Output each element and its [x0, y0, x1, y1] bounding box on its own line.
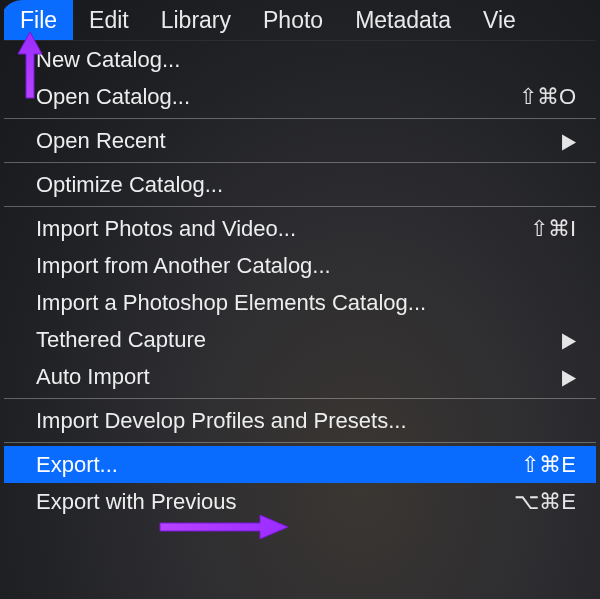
menu-item-label: Import a Photoshop Elements Catalog...	[36, 290, 576, 316]
chevron-right-icon: ▶	[562, 364, 576, 389]
menu-item-import-pse-catalog[interactable]: Import a Photoshop Elements Catalog...	[4, 284, 596, 321]
menu-item-shortcut: ⌥⌘E	[514, 489, 576, 515]
menu-separator	[4, 162, 596, 163]
chevron-right-icon: ▶	[562, 128, 576, 153]
menu-item-open-catalog[interactable]: Open Catalog... ⇧⌘O	[4, 78, 596, 115]
menu-separator	[4, 398, 596, 399]
menu-item-label: Import Photos and Video...	[36, 216, 520, 242]
menubar-item-metadata[interactable]: Metadata	[339, 0, 467, 40]
menubar-item-edit[interactable]: Edit	[73, 0, 145, 40]
menu-item-new-catalog[interactable]: New Catalog...	[4, 41, 596, 78]
menubar-item-view-truncated[interactable]: Vie	[467, 0, 532, 40]
menu-item-label: Tethered Capture	[36, 327, 552, 353]
menubar-item-library[interactable]: Library	[145, 0, 247, 40]
menu-separator	[4, 442, 596, 443]
menu-item-import-photos-video[interactable]: Import Photos and Video... ⇧⌘I	[4, 210, 596, 247]
menu-item-import-from-another-catalog[interactable]: Import from Another Catalog...	[4, 247, 596, 284]
menubar-item-photo[interactable]: Photo	[247, 0, 339, 40]
menu-item-label: Auto Import	[36, 364, 552, 390]
menu-item-auto-import[interactable]: Auto Import ▶	[4, 358, 596, 395]
menubar-item-label: Library	[161, 7, 231, 34]
menubar-item-label: File	[20, 7, 57, 34]
menu-item-export[interactable]: Export... ⇧⌘E	[4, 446, 596, 483]
menu-item-label: New Catalog...	[36, 47, 576, 73]
menu-item-label: Import Develop Profiles and Presets...	[36, 408, 576, 434]
menu-item-label: Open Recent	[36, 128, 552, 154]
menubar: File Edit Library Photo Metadata Vie	[0, 0, 600, 40]
menubar-item-file[interactable]: File	[4, 0, 73, 40]
menu-item-label: Export...	[36, 452, 511, 478]
menu-item-import-develop-profiles[interactable]: Import Develop Profiles and Presets...	[4, 402, 596, 439]
menu-item-label: Import from Another Catalog...	[36, 253, 576, 279]
menu-separator	[4, 118, 596, 119]
menu-item-shortcut: ⇧⌘I	[530, 216, 576, 242]
menu-separator	[4, 206, 596, 207]
menu-item-optimize-catalog[interactable]: Optimize Catalog...	[4, 166, 596, 203]
menu-item-export-with-previous[interactable]: Export with Previous ⌥⌘E	[4, 483, 596, 520]
file-menu-dropdown: New Catalog... Open Catalog... ⇧⌘O Open …	[4, 40, 596, 520]
menu-item-tethered-capture[interactable]: Tethered Capture ▶	[4, 321, 596, 358]
chevron-right-icon: ▶	[562, 327, 576, 352]
menu-item-open-recent[interactable]: Open Recent ▶	[4, 122, 596, 159]
menu-item-shortcut: ⇧⌘E	[521, 452, 576, 478]
menubar-item-label: Edit	[89, 7, 129, 34]
menubar-item-label: Vie	[483, 7, 516, 34]
menu-item-label: Open Catalog...	[36, 84, 509, 110]
menu-item-shortcut: ⇧⌘O	[519, 84, 576, 110]
menu-item-label: Export with Previous	[36, 489, 504, 515]
menubar-item-label: Metadata	[355, 7, 451, 34]
menubar-item-label: Photo	[263, 7, 323, 34]
menu-item-label: Optimize Catalog...	[36, 172, 576, 198]
